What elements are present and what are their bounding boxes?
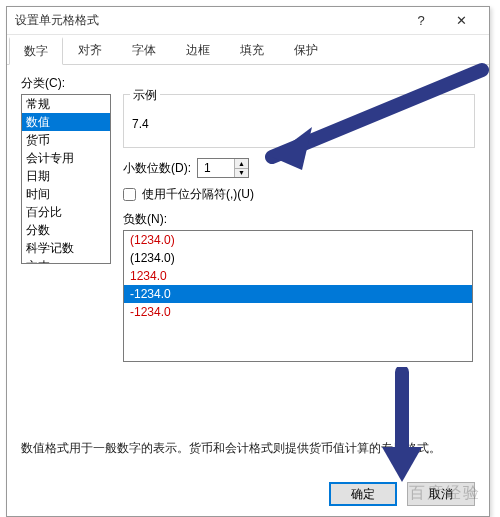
negative-format-item[interactable]: 1234.0	[124, 267, 472, 285]
format-description: 数值格式用于一般数字的表示。货币和会计格式则提供货币值计算的专用格式。	[21, 440, 475, 457]
category-item[interactable]: 常规	[22, 95, 110, 113]
help-button[interactable]: ?	[401, 9, 441, 33]
format-cells-dialog: 设置单元格格式 ? ✕ 数字 对齐 字体 边框 填充 保护 分类(C): 常规 …	[6, 6, 490, 517]
tab-alignment[interactable]: 对齐	[63, 37, 117, 64]
tab-label: 保护	[294, 43, 318, 57]
tab-fill[interactable]: 填充	[225, 37, 279, 64]
category-item[interactable]: 时间	[22, 185, 110, 203]
tab-protection[interactable]: 保护	[279, 37, 333, 64]
negative-numbers-label: 负数(N):	[123, 211, 475, 228]
number-options-panel: 示例 7.4 小数位数(D): ▲ ▼ 使用千位分隔符(,)(U	[123, 94, 475, 362]
ok-button[interactable]: 确定	[329, 482, 397, 506]
sample-legend: 示例	[130, 87, 160, 104]
category-item[interactable]: 数值	[22, 113, 110, 131]
tab-font[interactable]: 字体	[117, 37, 171, 64]
cancel-button[interactable]: 取消	[407, 482, 475, 506]
category-item[interactable]: 百分比	[22, 203, 110, 221]
category-item[interactable]: 科学记数	[22, 239, 110, 257]
content-panel: 分类(C): 常规 数值 货币 会计专用 日期 时间 百分比 分数 科学记数 文…	[7, 65, 489, 465]
decimal-places-label: 小数位数(D):	[123, 160, 191, 177]
decimal-places-input[interactable]	[198, 159, 234, 177]
help-icon: ?	[417, 13, 424, 28]
category-listbox[interactable]: 常规 数值 货币 会计专用 日期 时间 百分比 分数 科学记数 文本 特殊 自定…	[21, 94, 111, 264]
close-icon: ✕	[456, 13, 467, 28]
spinner-up-button[interactable]: ▲	[235, 159, 248, 169]
tab-number[interactable]: 数字	[9, 37, 63, 65]
category-item[interactable]: 文本	[22, 257, 110, 264]
negative-format-item[interactable]: (1234.0)	[124, 249, 472, 267]
category-item[interactable]: 会计专用	[22, 149, 110, 167]
tab-label: 填充	[240, 43, 264, 57]
dialog-title: 设置单元格格式	[15, 12, 401, 29]
negative-numbers-listbox[interactable]: (1234.0) (1234.0) 1234.0 -1234.0 -1234.0	[123, 230, 473, 362]
tab-label: 数字	[24, 44, 48, 58]
tab-label: 边框	[186, 43, 210, 57]
thousands-separator-label: 使用千位分隔符(,)(U)	[142, 186, 254, 203]
category-item[interactable]: 分数	[22, 221, 110, 239]
tab-label: 字体	[132, 43, 156, 57]
category-label: 分类(C):	[21, 75, 475, 92]
cancel-button-label: 取消	[429, 486, 453, 503]
category-item[interactable]: 货币	[22, 131, 110, 149]
title-bar: 设置单元格格式 ? ✕	[7, 7, 489, 35]
negative-format-item[interactable]: -1234.0	[124, 285, 472, 303]
decimal-places-spinner: ▲ ▼	[197, 158, 249, 178]
sample-value: 7.4	[132, 117, 466, 131]
tab-bar: 数字 对齐 字体 边框 填充 保护	[7, 35, 489, 65]
thousands-separator-checkbox[interactable]	[123, 188, 136, 201]
negative-format-item[interactable]: -1234.0	[124, 303, 472, 321]
chevron-up-icon: ▲	[238, 160, 245, 167]
spinner-down-button[interactable]: ▼	[235, 169, 248, 178]
negative-format-item[interactable]: (1234.0)	[124, 231, 472, 249]
chevron-down-icon: ▼	[238, 169, 245, 176]
ok-button-label: 确定	[351, 486, 375, 503]
close-button[interactable]: ✕	[441, 9, 481, 33]
sample-box: 示例 7.4	[123, 94, 475, 148]
category-item[interactable]: 日期	[22, 167, 110, 185]
tab-label: 对齐	[78, 43, 102, 57]
tab-border[interactable]: 边框	[171, 37, 225, 64]
dialog-footer: 确定 取消	[329, 482, 475, 506]
